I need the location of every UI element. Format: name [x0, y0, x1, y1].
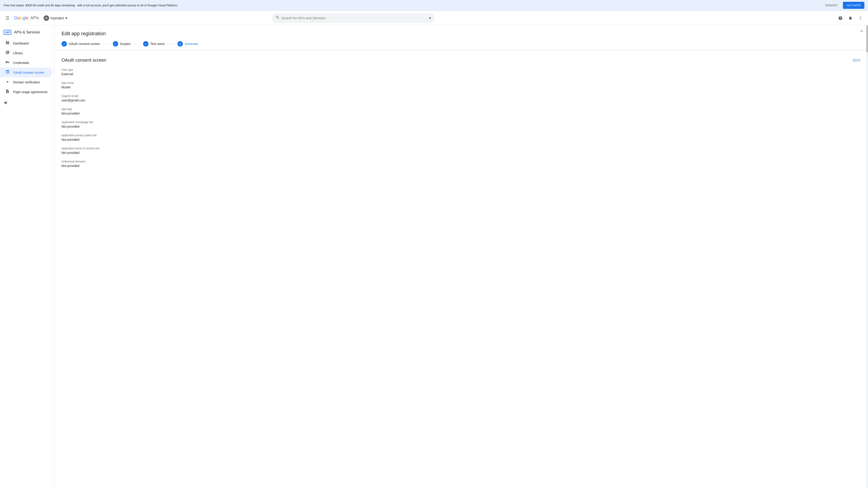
domain-icon — [5, 79, 9, 85]
sidebar-item-page-usage-label: Page usage agreements — [13, 90, 48, 94]
stepper: OAuth consent screen Scopes Test use — [61, 41, 861, 46]
step-scopes: Scopes — [113, 41, 131, 46]
step-divider-1 — [102, 44, 111, 44]
step-3-check — [143, 41, 149, 46]
logo-g2: g — [23, 15, 25, 21]
sidebar-item-credentials-label: Credentials — [13, 61, 29, 65]
google-logo: Google — [14, 15, 29, 21]
sidebar-item-credentials[interactable]: Credentials — [0, 58, 52, 68]
edit-link[interactable]: EDIT — [853, 59, 861, 62]
page-header: Edit app registration OAuth consent scre… — [54, 25, 868, 51]
step-oauth-consent: OAuth consent screen — [61, 41, 100, 46]
field-label-homepage: Application homepage link — [61, 121, 861, 124]
field-user-type: User type External — [61, 68, 861, 76]
step-divider-3 — [166, 44, 176, 44]
field-label-support-email: Support email — [61, 94, 861, 98]
field-app-name: App name kluster — [61, 81, 861, 89]
section-title: OAuth consent screen — [61, 58, 106, 63]
scrollbar-thumb[interactable] — [866, 25, 868, 53]
search-icon — [276, 15, 280, 21]
sidebar-title: APIs & Services — [14, 30, 40, 34]
header: ☰ Google APIs myproject ▾ ▾ — [0, 11, 868, 25]
step-1-check — [61, 41, 67, 46]
search-input[interactable] — [280, 16, 427, 20]
field-value-homepage: Not provided — [61, 125, 861, 128]
step-2-label: Scopes — [120, 42, 131, 46]
field-value-domains: Not provided — [61, 164, 861, 168]
content-area: OAuth consent screen EDIT User type Exte… — [54, 51, 868, 180]
sidebar-item-library[interactable]: Library — [0, 48, 52, 58]
logo-g: G — [14, 15, 18, 21]
search-dropdown-icon: ▾ — [429, 15, 431, 21]
sidebar-header: API APIs & Services — [0, 27, 54, 37]
field-app-logo: App logo Not provided — [61, 107, 861, 115]
field-value-privacy: Not provided — [61, 138, 861, 141]
sidebar-item-domain[interactable]: Domain verification — [0, 77, 52, 87]
sidebar-item-dashboard-label: Dashboard — [13, 41, 29, 45]
apis-text: APIs — [31, 15, 39, 20]
dashboard-icon — [5, 41, 9, 46]
notifications-button[interactable] — [846, 14, 855, 22]
sidebar-item-library-label: Library — [13, 51, 23, 55]
field-label-domains: Authorized domains — [61, 160, 861, 163]
scrollbar-track — [866, 25, 868, 488]
sidebar-collapse[interactable]: ◀| — [0, 97, 54, 106]
field-value-app-logo: Not provided — [61, 111, 861, 115]
field-value-tos: Not provided — [61, 151, 861, 155]
main-content: Edit app registration OAuth consent scre… — [54, 25, 868, 488]
banner-text: Free trial status: $300.00 credit and 90… — [4, 4, 178, 7]
sidebar-item-oauth-label: OAuth consent screen — [13, 71, 44, 74]
menu-button[interactable]: ☰ — [4, 13, 11, 23]
page-usage-icon — [5, 89, 9, 94]
header-left: ☰ Google APIs myproject ▾ — [4, 13, 69, 23]
field-authorized-domains: Authorized domains Not provided — [61, 160, 861, 168]
field-label-user-type: User type — [61, 68, 861, 71]
api-badge: API — [4, 30, 11, 35]
section-header: OAuth consent screen EDIT — [61, 58, 861, 63]
field-value-user-type: External — [61, 72, 861, 76]
field-label-app-logo: App logo — [61, 107, 861, 111]
step-3-label: Test users — [150, 42, 165, 46]
search-bar: ▾ — [272, 13, 435, 23]
step-4-label: Summary — [185, 42, 198, 46]
step-test-users: Test users — [143, 41, 165, 46]
more-options-button[interactable] — [856, 14, 864, 22]
logo-e: e — [26, 15, 29, 21]
step-summary: 4 Summary — [178, 41, 198, 46]
dismiss-button[interactable]: DISMISS — [823, 2, 840, 8]
header-right — [836, 14, 864, 22]
field-homepage-link: Application homepage link Not provided — [61, 121, 861, 128]
step-2-check — [113, 41, 118, 46]
step-1-label: OAuth consent screen — [69, 42, 100, 46]
activate-button[interactable]: ACTIVATE — [843, 2, 864, 9]
library-icon — [5, 51, 9, 56]
help-button[interactable] — [836, 14, 844, 22]
logo-o1: o — [18, 15, 20, 21]
sidebar-item-domain-label: Domain verification — [13, 80, 40, 84]
sidebar-item-dashboard[interactable]: Dashboard — [0, 38, 52, 48]
field-terms-of-service: Application terms of service link Not pr… — [61, 147, 861, 155]
logo-o2: o — [20, 15, 23, 21]
oauth-icon — [5, 70, 9, 75]
credentials-icon — [5, 60, 9, 65]
field-value-app-name: kluster — [61, 86, 861, 89]
field-label-tos: Application terms of service link — [61, 147, 861, 150]
page-title: Edit app registration — [61, 31, 861, 37]
sidebar-item-oauth-consent[interactable]: OAuth consent screen — [0, 68, 52, 77]
field-support-email: Support email user@gmail.com — [61, 94, 861, 102]
project-icon — [43, 15, 49, 21]
project-selector[interactable]: myproject ▾ — [42, 14, 69, 22]
chevron-down-icon: ▾ — [65, 15, 67, 21]
field-label-app-name: App name — [61, 81, 861, 85]
field-value-support-email: user@gmail.com — [61, 98, 861, 102]
collapse-panel-button[interactable] — [860, 29, 864, 34]
field-privacy-policy: Application privacy policy link Not prov… — [61, 134, 861, 141]
field-label-privacy: Application privacy policy link — [61, 134, 861, 137]
step-4-num: 4 — [178, 41, 183, 46]
step-divider-2 — [132, 44, 141, 44]
app-body: API APIs & Services Dashboard Library Cr… — [0, 25, 868, 488]
collapse-icon: ◀| — [4, 100, 7, 105]
sidebar: API APIs & Services Dashboard Library Cr… — [0, 25, 54, 488]
google-apis-logo: Google APIs — [14, 15, 39, 21]
sidebar-item-page-usage[interactable]: Page usage agreements — [0, 87, 52, 97]
